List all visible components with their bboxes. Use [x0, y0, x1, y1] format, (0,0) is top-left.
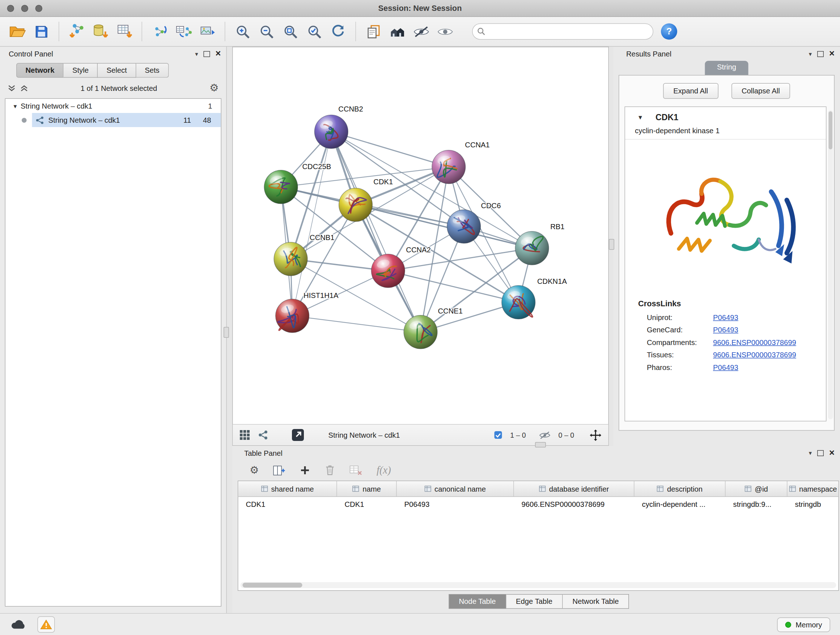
- control-panel-tabs: Network Style Select Sets: [0, 61, 226, 78]
- tab-sets[interactable]: Sets: [136, 63, 169, 78]
- pan-crosshair-icon[interactable]: [589, 429, 602, 441]
- hide-graphics-button[interactable]: [409, 20, 433, 43]
- import-database-icon: [92, 24, 109, 40]
- network-node-ccna1[interactable]: [432, 150, 466, 184]
- tab-string[interactable]: String: [705, 61, 748, 75]
- splitter-grip[interactable]: [224, 327, 229, 338]
- column-header-namespace[interactable]: namespace: [788, 481, 838, 496]
- import-network-database-button[interactable]: [88, 20, 112, 43]
- apply-layout-button[interactable]: [326, 20, 350, 43]
- network-edge[interactable]: [292, 316, 420, 332]
- network-graph[interactable]: CCNB2CCNA1CDC25BCDK1CDC6RB1CCNB1CCNA2CDK…: [233, 48, 608, 424]
- panel-float-icon[interactable]: [204, 51, 210, 57]
- tab-style[interactable]: Style: [64, 63, 98, 78]
- open-session-button[interactable]: [5, 20, 29, 43]
- panel-float-icon[interactable]: [817, 450, 824, 456]
- tab-network[interactable]: Network: [16, 63, 64, 78]
- column-icon: [789, 486, 796, 492]
- expand-all-button[interactable]: Expand All: [663, 83, 718, 99]
- network-collection-row[interactable]: ▼ String Network – cdk1 1: [5, 99, 221, 113]
- column-header-shared-name[interactable]: shared name: [238, 481, 337, 496]
- panel-menu-icon[interactable]: ▾: [809, 449, 812, 456]
- export-image-icon: [199, 24, 216, 40]
- tree-expand-icon[interactable]: ▼: [10, 103, 21, 109]
- table-horizontal-scrollbar[interactable]: [240, 582, 836, 588]
- birdseye-view-icon[interactable]: [258, 430, 269, 440]
- results-scrollbar[interactable]: [828, 111, 833, 420]
- selected-checkbox-icon[interactable]: [494, 431, 502, 440]
- zoom-in-button[interactable]: [231, 20, 255, 43]
- show-graphics-button[interactable]: [433, 20, 457, 43]
- open-in-new-icon[interactable]: [292, 429, 305, 442]
- crosslink-tissues-link[interactable]: 9606.ENSP00000378699: [713, 351, 796, 359]
- network-visibility-dot[interactable]: [22, 118, 27, 123]
- network-node-ccne1[interactable]: [404, 315, 437, 349]
- zoom-fit-icon: [283, 24, 298, 40]
- network-from-table-button[interactable]: [172, 20, 195, 43]
- tab-network-table[interactable]: Network Table: [563, 594, 629, 609]
- home-button[interactable]: [385, 20, 409, 43]
- panel-close-icon[interactable]: ×: [216, 50, 221, 57]
- cloud-icon[interactable]: [10, 619, 28, 631]
- toolbar-separator: [142, 22, 142, 41]
- column-header-database-identifier[interactable]: database identifier: [514, 481, 635, 496]
- zoom-fit-button[interactable]: [279, 20, 302, 43]
- import-network-file-button[interactable]: [65, 20, 88, 43]
- save-session-button[interactable]: [29, 20, 53, 43]
- column-header-canonical-name[interactable]: canonical name: [397, 481, 514, 496]
- copy-document-button[interactable]: [362, 20, 385, 43]
- delete-table-icon[interactable]: [349, 465, 363, 476]
- expand-all-chevron-icon[interactable]: [8, 84, 16, 92]
- import-table-button[interactable]: [112, 20, 136, 43]
- add-row-plus-icon[interactable]: [300, 465, 310, 476]
- table-settings-gear-icon[interactable]: ⚙: [249, 466, 259, 475]
- network-edge[interactable]: [332, 132, 449, 167]
- hidden-eye-slash-icon[interactable]: [539, 431, 551, 440]
- crosslink-pharos-link[interactable]: P06493: [713, 363, 738, 372]
- gear-icon[interactable]: ⚙: [210, 83, 219, 93]
- zoom-in-icon: [235, 24, 251, 40]
- network-edge[interactable]: [292, 132, 332, 316]
- clone-network-button[interactable]: [148, 20, 172, 43]
- network-row-selected[interactable]: String Network – cdk1 11 48: [5, 113, 221, 127]
- memory-button[interactable]: Memory: [777, 617, 830, 632]
- network-edge[interactable]: [355, 205, 532, 249]
- export-image-button[interactable]: [195, 20, 219, 43]
- tab-edge-table[interactable]: Edge Table: [506, 594, 562, 609]
- results-panel: Results Panel ▾ × String Expand All Coll…: [613, 47, 840, 446]
- node-label-cdkn1a: CDKN1A: [537, 277, 567, 285]
- grid-view-icon[interactable]: [240, 430, 250, 440]
- crosslink-genecard-link[interactable]: P06493: [713, 326, 738, 334]
- panel-close-icon[interactable]: ×: [829, 449, 835, 457]
- zoom-selected-button[interactable]: [302, 20, 326, 43]
- help-button[interactable]: ?: [661, 24, 677, 40]
- zoom-out-button[interactable]: [255, 20, 279, 43]
- panel-close-icon[interactable]: ×: [829, 50, 835, 57]
- panel-menu-icon[interactable]: ▾: [809, 50, 812, 57]
- column-header-description[interactable]: description: [635, 481, 726, 496]
- tab-node-table[interactable]: Node Table: [448, 594, 506, 609]
- network-edge[interactable]: [332, 132, 421, 332]
- protein-card: ▼ CDK1 cyclin-dependent kinase 1: [625, 106, 827, 421]
- panel-float-icon[interactable]: [817, 51, 824, 57]
- delete-trash-icon[interactable]: [325, 464, 335, 477]
- column-header-name[interactable]: name: [337, 481, 397, 496]
- tab-select[interactable]: Select: [98, 63, 136, 78]
- crosslink-compartments-link[interactable]: 9606.ENSP00000378699: [713, 339, 796, 347]
- collapse-all-chevron-icon[interactable]: [20, 84, 28, 92]
- function-builder-icon[interactable]: f(x): [377, 464, 391, 477]
- search-input[interactable]: [472, 24, 653, 40]
- panel-menu-icon[interactable]: ▾: [195, 50, 198, 57]
- collapse-all-button[interactable]: Collapse All: [731, 83, 790, 99]
- crosslink-uniprot-link[interactable]: P06493: [713, 314, 738, 322]
- column-header-id[interactable]: @id: [726, 481, 788, 496]
- warnings-button[interactable]: [38, 616, 55, 633]
- crosslink-row: GeneCard: P06493: [625, 324, 826, 336]
- splitter-grip[interactable]: [535, 442, 546, 448]
- network-canvas[interactable]: CCNB2CCNA1CDC25BCDK1CDC6RB1CCNB1CCNA2CDK…: [233, 48, 608, 424]
- add-column-icon[interactable]: [273, 464, 286, 476]
- table-row[interactable]: CDK1 CDK1 P06493 9606.ENSP00000378699 cy…: [238, 497, 838, 512]
- splitter-grip[interactable]: [609, 239, 614, 250]
- network-node-cdkn1a[interactable]: [502, 286, 535, 319]
- card-collapse-icon[interactable]: ▼: [625, 114, 655, 120]
